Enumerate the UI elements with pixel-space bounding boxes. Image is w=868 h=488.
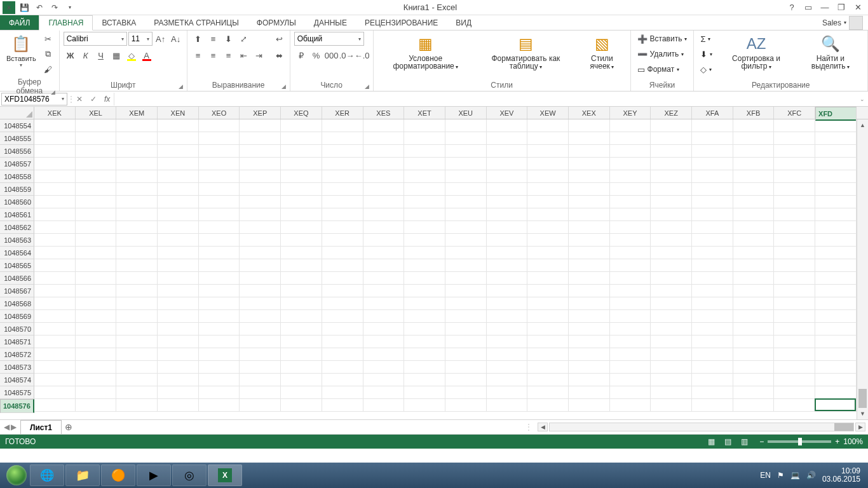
cell[interactable] [487,297,528,310]
sheet-tab[interactable]: Лист1 [20,420,62,434]
cell[interactable] [815,119,857,132]
cell[interactable] [363,285,405,297]
cell[interactable] [240,323,281,336]
row-header[interactable]: 1048566 [0,272,34,285]
cell[interactable] [487,310,528,323]
cell[interactable] [692,386,733,399]
cell[interactable] [569,336,610,348]
cell[interactable] [733,170,775,183]
cell[interactable] [34,285,76,297]
cell[interactable] [404,221,445,234]
font-color-icon[interactable]: A [140,48,154,62]
tab-insert[interactable]: ВСТАВКА [93,15,145,30]
cell[interactable] [76,221,117,234]
align-top-icon[interactable]: ⬆ [191,32,205,46]
cell[interactable] [158,234,199,247]
cell[interactable] [240,399,281,412]
cell[interactable] [487,323,528,336]
cell[interactable] [815,336,857,348]
cell[interactable] [322,259,363,272]
cell[interactable] [404,145,445,158]
cell[interactable] [116,386,158,399]
row-header[interactable]: 1048564 [0,247,34,259]
row-header[interactable]: 1048559 [0,183,34,196]
cell[interactable] [610,158,651,170]
row-header[interactable]: 1048574 [0,374,34,386]
cell[interactable] [487,272,528,285]
cell[interactable] [610,170,651,183]
cell[interactable] [76,285,117,297]
column-header[interactable]: XFD [815,107,857,121]
cell[interactable] [527,336,569,348]
column-header[interactable]: XEV [487,107,528,119]
cell[interactable] [199,259,240,272]
tab-data[interactable]: ДАННЫЕ [305,15,356,30]
cell[interactable] [774,348,815,361]
cell[interactable] [76,348,117,361]
cell[interactable] [404,361,445,374]
cell[interactable] [34,310,76,323]
decrease-font-icon[interactable]: A↓ [169,32,183,46]
cell[interactable] [404,234,445,247]
cell[interactable] [651,336,692,348]
cell[interactable] [116,183,158,196]
cell[interactable] [527,234,569,247]
cell[interactable] [692,145,733,158]
cell[interactable] [322,221,363,234]
cell[interactable] [527,285,569,297]
cell[interactable] [527,323,569,336]
cell[interactable] [774,170,815,183]
cell[interactable] [692,285,733,297]
dialog-launcher-icon[interactable]: ◢ [365,83,369,90]
tray-volume-icon[interactable]: 🔊 [806,471,816,480]
cell[interactable] [76,259,117,272]
cell[interactable] [774,272,815,285]
cell[interactable] [76,132,117,145]
cell[interactable] [445,208,487,221]
cell[interactable] [692,272,733,285]
column-header[interactable]: XFB [733,107,775,119]
cell[interactable] [76,361,117,374]
cell[interactable] [281,348,322,361]
cell[interactable] [240,208,281,221]
tray-network-icon[interactable]: 💻 [790,471,800,480]
cell[interactable] [733,221,775,234]
cell[interactable] [76,297,117,310]
cell[interactable] [527,374,569,386]
cell[interactable] [815,132,857,145]
column-header[interactable]: XES [363,107,405,119]
cell[interactable] [610,247,651,259]
cell[interactable] [487,183,528,196]
conditional-formatting-button[interactable]: ▦ Условное форматирование ▾ [377,32,474,72]
increase-font-icon[interactable]: A↑ [154,32,168,46]
cell[interactable] [569,386,610,399]
cell[interactable] [116,361,158,374]
cell[interactable] [240,196,281,208]
cell[interactable] [240,386,281,399]
cell[interactable] [34,208,76,221]
cell[interactable] [363,183,405,196]
scroll-up-icon[interactable]: ▲ [857,119,868,131]
select-all-corner[interactable] [0,107,34,119]
cell[interactable] [487,119,528,132]
cell[interactable] [34,348,76,361]
cell[interactable] [610,310,651,323]
cell[interactable] [651,285,692,297]
cell[interactable] [76,119,117,132]
cell[interactable] [569,285,610,297]
cell[interactable] [445,234,487,247]
cell[interactable] [569,348,610,361]
cell[interactable] [651,247,692,259]
cell[interactable] [199,374,240,386]
column-header[interactable]: XER [322,107,363,119]
autosum-button[interactable]: Σ▾ [698,32,715,46]
cell[interactable] [651,386,692,399]
cell[interactable] [158,272,199,285]
delete-cells-button[interactable]: ➖Удалить▾ [635,47,690,61]
cell[interactable] [116,170,158,183]
row-header[interactable]: 1048568 [0,297,34,310]
borders-icon[interactable]: ▦ [109,48,123,62]
cell[interactable] [610,119,651,132]
cell[interactable] [445,183,487,196]
cell[interactable] [774,158,815,170]
